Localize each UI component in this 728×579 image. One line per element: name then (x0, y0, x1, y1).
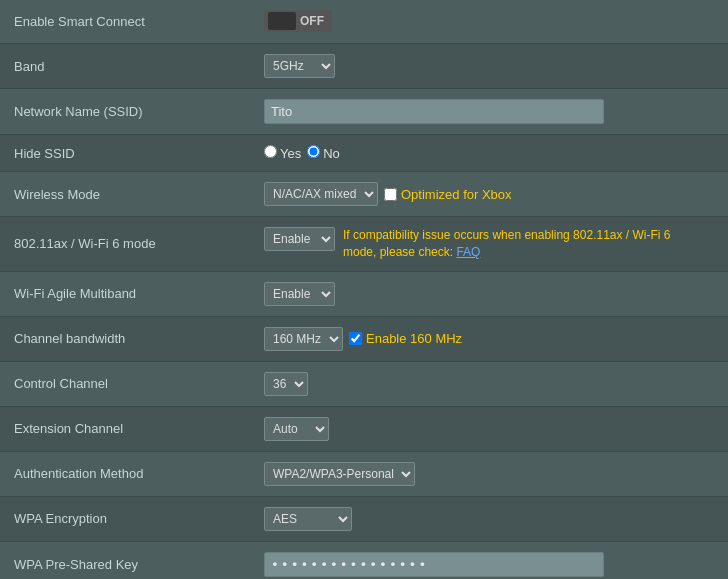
settings-row-auth-method: Authentication MethodWPA2/WPA3-PersonalW… (0, 451, 728, 496)
label-wireless-mode: Wireless Mode (0, 172, 250, 217)
label-wifi6-mode: 802.11ax / Wi-Fi 6 mode (0, 217, 250, 272)
checkbox-text-channel-bandwidth: Enable 160 MHz (366, 331, 462, 346)
select-channel-bandwidth[interactable]: 160 MHz80 MHz40 MHz20 MHz (264, 327, 343, 351)
settings-row-control-channel: Control Channel36404448 (0, 361, 728, 406)
select-wifi6-mode[interactable]: EnableDisable (264, 227, 335, 251)
control-wifi-agile-multiband: EnableDisable (250, 271, 728, 316)
select-wifi-agile-multiband[interactable]: EnableDisable (264, 282, 335, 306)
select-control-channel[interactable]: 36404448 (264, 372, 308, 396)
select-checkbox-group-wireless-mode: N/AC/AX mixedN onlyAC onlyOptimized for … (264, 182, 512, 206)
settings-row-wifi6-mode: 802.11ax / Wi-Fi 6 modeEnableDisableIf c… (0, 217, 728, 272)
label-extension-channel: Extension Channel (0, 406, 250, 451)
settings-row-channel-bandwidth: Channel bandwidth160 MHz80 MHz40 MHz20 M… (0, 316, 728, 361)
select-extension-channel[interactable]: AutoAboveBelow (264, 417, 329, 441)
control-control-channel: 36404448 (250, 361, 728, 406)
checkbox-wireless-mode[interactable] (384, 188, 397, 201)
toggle-label: OFF (300, 14, 328, 28)
label-wifi-agile-multiband: Wi-Fi Agile Multiband (0, 271, 250, 316)
checkbox-text-wireless-mode: Optimized for Xbox (401, 187, 512, 202)
radio-label-yes[interactable]: Yes (264, 145, 301, 161)
label-control-channel: Control Channel (0, 361, 250, 406)
toggle-knob (268, 12, 296, 30)
settings-row-hide-ssid: Hide SSIDYesNo (0, 135, 728, 172)
label-wpa-preshared-key: WPA Pre-Shared Key (0, 541, 250, 579)
settings-row-wpa-encryption: WPA EncryptionAESTKIPAES+TKIP (0, 496, 728, 541)
input-wpa-preshared-key[interactable] (264, 552, 604, 577)
settings-row-band: Band2.4GHz5GHz6GHz (0, 44, 728, 89)
select-wpa-encryption[interactable]: AESTKIPAES+TKIP (264, 507, 352, 531)
select-checkbox-group-channel-bandwidth: 160 MHz80 MHz40 MHz20 MHzEnable 160 MHz (264, 327, 462, 351)
toggle-enable-smart-connect[interactable]: OFF (264, 10, 332, 32)
radio-group-hide-ssid: YesNo (264, 145, 340, 161)
radio-yes[interactable] (264, 145, 277, 158)
control-wireless-mode: N/AC/AX mixedN onlyAC onlyOptimized for … (250, 172, 728, 217)
control-wpa-encryption: AESTKIPAES+TKIP (250, 496, 728, 541)
radio-no[interactable] (307, 145, 320, 158)
label-wpa-encryption: WPA Encryption (0, 496, 250, 541)
label-network-name: Network Name (SSID) (0, 89, 250, 135)
control-channel-bandwidth: 160 MHz80 MHz40 MHz20 MHzEnable 160 MHz (250, 316, 728, 361)
radio-label-no[interactable]: No (307, 145, 340, 161)
control-auth-method: WPA2/WPA3-PersonalWPA2-PersonalWPA3-Pers… (250, 451, 728, 496)
select-auth-method[interactable]: WPA2/WPA3-PersonalWPA2-PersonalWPA3-Pers… (264, 462, 415, 486)
control-hide-ssid: YesNo (250, 135, 728, 172)
control-network-name (250, 89, 728, 135)
label-auth-method: Authentication Method (0, 451, 250, 496)
control-wifi6-mode: EnableDisableIf compatibility issue occu… (250, 217, 728, 272)
settings-table: Enable Smart Connect OFF Band2.4GHz5GHz6… (0, 0, 728, 579)
label-enable-smart-connect: Enable Smart Connect (0, 0, 250, 44)
select-info-group-wifi6-mode: EnableDisableIf compatibility issue occu… (264, 227, 714, 261)
label-band: Band (0, 44, 250, 89)
checkbox-channel-bandwidth[interactable] (349, 332, 362, 345)
settings-row-wireless-mode: Wireless ModeN/AC/AX mixedN onlyAC onlyO… (0, 172, 728, 217)
control-enable-smart-connect: OFF (250, 0, 728, 44)
select-wireless-mode[interactable]: N/AC/AX mixedN onlyAC only (264, 182, 378, 206)
warning-text-wifi6-mode: If compatibility issue occurs when enabl… (343, 227, 693, 261)
settings-row-wifi-agile-multiband: Wi-Fi Agile MultibandEnableDisable (0, 271, 728, 316)
settings-row-network-name: Network Name (SSID) (0, 89, 728, 135)
settings-row-enable-smart-connect: Enable Smart Connect OFF (0, 0, 728, 44)
control-band: 2.4GHz5GHz6GHz (250, 44, 728, 89)
control-wpa-preshared-key (250, 541, 728, 579)
select-band[interactable]: 2.4GHz5GHz6GHz (264, 54, 335, 78)
checkbox-label-channel-bandwidth[interactable]: Enable 160 MHz (349, 331, 462, 346)
input-network-name[interactable] (264, 99, 604, 124)
settings-row-wpa-preshared-key: WPA Pre-Shared Key (0, 541, 728, 579)
label-channel-bandwidth: Channel bandwidth (0, 316, 250, 361)
faq-link[interactable]: FAQ (456, 245, 480, 259)
checkbox-label-wireless-mode[interactable]: Optimized for Xbox (384, 187, 512, 202)
label-hide-ssid: Hide SSID (0, 135, 250, 172)
control-extension-channel: AutoAboveBelow (250, 406, 728, 451)
settings-row-extension-channel: Extension ChannelAutoAboveBelow (0, 406, 728, 451)
